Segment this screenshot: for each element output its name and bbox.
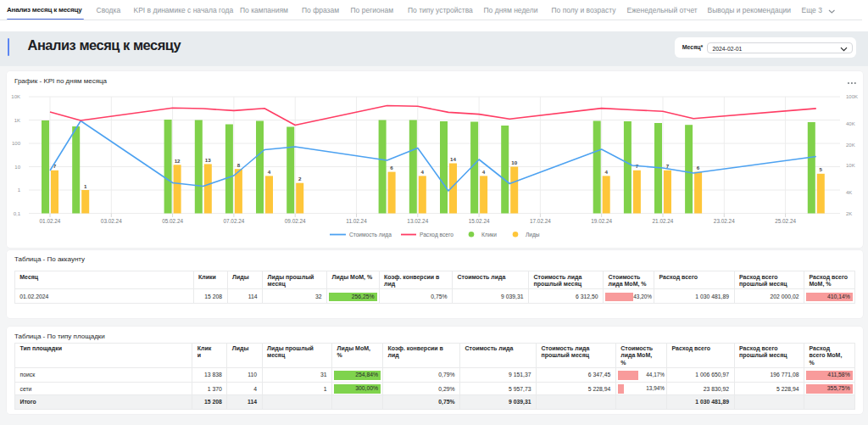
svg-text:10: 10 <box>14 165 20 170</box>
svg-text:Расход всего: Расход всего <box>420 232 453 238</box>
svg-text:10K: 10K <box>11 94 20 99</box>
svg-text:40K: 40K <box>846 121 855 126</box>
svg-text:1: 1 <box>84 183 87 189</box>
svg-text:1K: 1K <box>14 118 20 123</box>
svg-text:17.02.24: 17.02.24 <box>530 218 551 224</box>
svg-text:19.02.24: 19.02.24 <box>591 218 612 224</box>
svg-text:13.02.24: 13.02.24 <box>407 218 428 224</box>
svg-text:1: 1 <box>18 187 21 193</box>
svg-text:8: 8 <box>237 162 241 168</box>
svg-text:01.02.24: 01.02.24 <box>40 218 61 224</box>
svg-text:15.02.24: 15.02.24 <box>469 218 490 224</box>
svg-text:Стоимость лида: Стоимость лида <box>349 232 392 238</box>
svg-text:0,1: 0,1 <box>14 211 21 216</box>
svg-text:4K: 4K <box>846 190 852 195</box>
svg-text:4: 4 <box>268 169 271 175</box>
svg-text:14: 14 <box>450 156 456 162</box>
svg-text:12: 12 <box>175 158 181 164</box>
svg-text:100K: 100K <box>846 94 858 99</box>
svg-text:20K: 20K <box>846 143 855 148</box>
svg-text:4: 4 <box>604 169 608 175</box>
svg-text:10K: 10K <box>846 163 855 168</box>
svg-text:Клики: Клики <box>481 232 497 238</box>
svg-text:Лиды: Лиды <box>526 232 540 238</box>
svg-text:09.02.24: 09.02.24 <box>285 218 306 224</box>
svg-text:6: 6 <box>697 165 700 171</box>
svg-text:11.02.24: 11.02.24 <box>346 218 367 224</box>
svg-text:25.02.24: 25.02.24 <box>775 218 796 224</box>
svg-text:13: 13 <box>205 157 211 163</box>
svg-text:07.02.24: 07.02.24 <box>223 218 244 224</box>
svg-text:21.02.24: 21.02.24 <box>653 218 674 224</box>
svg-text:6: 6 <box>390 165 393 171</box>
svg-text:10: 10 <box>511 159 517 165</box>
svg-text:23.02.24: 23.02.24 <box>714 218 735 224</box>
svg-text:2K: 2K <box>846 211 852 216</box>
svg-text:100: 100 <box>12 141 21 146</box>
svg-text:05.02.24: 05.02.24 <box>162 218 183 224</box>
svg-text:03.02.24: 03.02.24 <box>101 218 122 224</box>
svg-text:2: 2 <box>298 176 302 182</box>
svg-text:5: 5 <box>819 166 822 172</box>
svg-text:4: 4 <box>482 169 486 175</box>
svg-text:4: 4 <box>421 169 425 175</box>
